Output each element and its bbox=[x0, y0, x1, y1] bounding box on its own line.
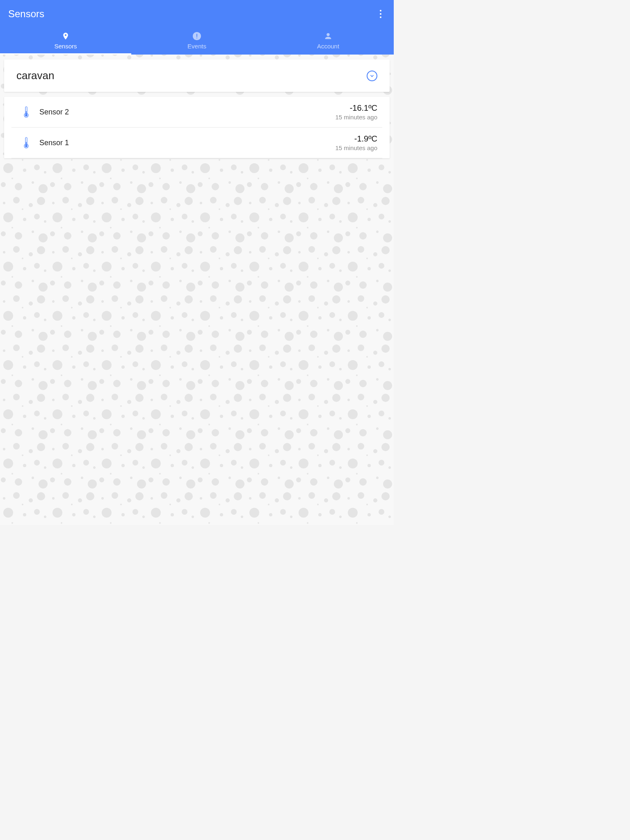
sensor-value: -1.9ºC bbox=[335, 134, 377, 144]
tab-label: Sensors bbox=[54, 43, 77, 50]
svg-rect-26 bbox=[26, 142, 27, 145]
chevron-down-icon[interactable] bbox=[367, 71, 377, 81]
tab-label: Account bbox=[317, 43, 339, 50]
thermometer-icon bbox=[16, 106, 36, 118]
page-title: Sensors bbox=[8, 8, 44, 20]
tab-events[interactable]: Events bbox=[131, 27, 262, 55]
tab-sensors[interactable]: Sensors bbox=[0, 27, 131, 55]
sensor-list: Sensor 2 -16.1ºC 15 minutes ago Sensor 1… bbox=[4, 97, 390, 158]
sensor-row[interactable]: Sensor 2 -16.1ºC 15 minutes ago bbox=[11, 97, 382, 128]
svg-rect-16 bbox=[196, 34, 197, 37]
sensor-name: Sensor 2 bbox=[39, 108, 335, 116]
svg-point-18 bbox=[326, 33, 329, 36]
group-title: caravan bbox=[16, 69, 55, 82]
tab-account[interactable]: Account bbox=[262, 27, 394, 55]
svg-rect-17 bbox=[196, 38, 197, 39]
sensor-value: -16.1ºC bbox=[335, 103, 377, 113]
sensor-row[interactable]: Sensor 1 -1.9ºC 15 minutes ago bbox=[11, 128, 382, 158]
location-pin-icon bbox=[62, 31, 70, 41]
alert-icon bbox=[192, 31, 201, 41]
tab-bar: Sensors Events Account bbox=[0, 27, 394, 55]
sensor-timestamp: 15 minutes ago bbox=[335, 144, 377, 151]
sensor-group-header[interactable]: caravan bbox=[4, 59, 390, 92]
sensor-timestamp: 15 minutes ago bbox=[335, 114, 377, 121]
overflow-menu-icon[interactable] bbox=[376, 7, 386, 21]
svg-rect-22 bbox=[26, 111, 27, 114]
thermometer-icon bbox=[16, 137, 36, 148]
main-content: caravan Sensor 2 -16.1ºC 15 minutes ago bbox=[0, 55, 394, 158]
person-icon bbox=[324, 31, 333, 41]
app-header: Sensors Sensors Events bbox=[0, 0, 394, 55]
tab-label: Events bbox=[187, 43, 206, 50]
sensor-name: Sensor 1 bbox=[39, 139, 335, 147]
